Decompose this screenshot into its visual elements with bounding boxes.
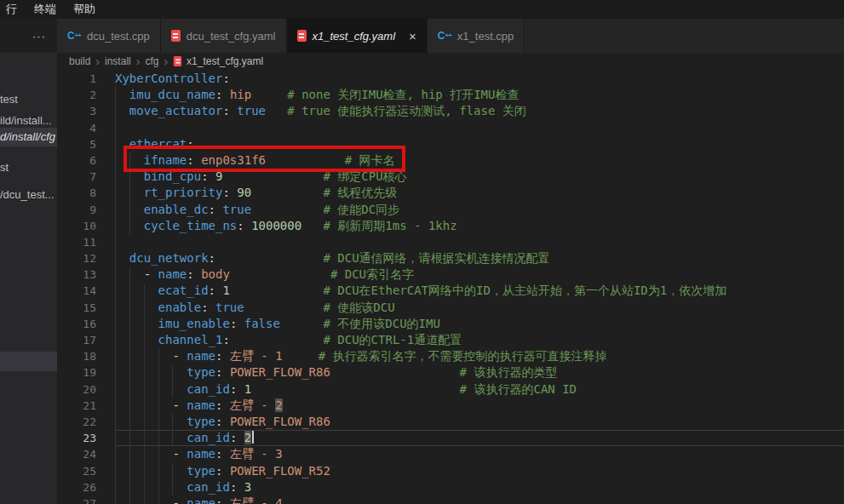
tab-x1-test-cpp[interactable]: C++ x1_test.cpp [428,19,525,53]
line-content: - name: 左臂 - 4 [115,495,844,504]
code-line-27[interactable]: 27 - name: 左臂 - 4 [57,495,844,504]
line-number: 23 [57,430,115,446]
code-line-10[interactable]: 10 cycle_time_ns: 1000000 # 刷新周期1ms - 1k… [57,218,844,234]
code-line-8[interactable]: 8 rt_priority: 90 # 线程优先级 [57,185,844,201]
sidebar-header: ··· [0,19,57,53]
yaml-file-icon [297,30,307,42]
line-content: cycle_time_ns: 1000000 # 刷新周期1ms - 1khz [115,218,844,234]
line-content: imu_enable: false # 不使用该DCU的IMU [115,316,844,332]
code-line-26[interactable]: 26 can_id: 3 [57,479,844,495]
code-line-12[interactable]: 12 dcu_network: # DCU通信网络，请根据实机连接情况配置 [57,250,844,266]
line-number: 13 [57,266,115,283]
tab-label: dcu_test_cfg.yaml [187,30,276,43]
line-content: - name: 左臂 - 3 [115,446,844,462]
tab-x1-test-cfg-yaml[interactable]: x1_test_cfg.yaml × [287,19,428,53]
code-line-16[interactable]: 16 imu_enable: false # 不使用该DCU的IMU [57,316,844,332]
line-number: 19 [57,364,115,381]
breadcrumb-segment[interactable]: cfg [145,55,158,67]
code-line-17[interactable]: 17 channel_1: # DCU的CTRL-1通道配置 [57,332,844,348]
code-line-11[interactable]: 11 [57,234,844,250]
line-number: 10 [57,218,115,234]
tab-label: dcu_test.cpp [87,30,150,43]
code-line-15[interactable]: 15 enable: true # 使能该DCU [57,300,844,316]
code-line-20[interactable]: 20 can_id: 1 # 该执行器的CAN ID [57,381,844,398]
line-content: XyberController: [115,71,844,87]
line-number: 26 [57,479,115,495]
breadcrumb-segment[interactable]: install [105,55,131,67]
line-content: type: POWER_FLOW_R52 [115,463,844,479]
code-line-4[interactable]: 4 [57,120,844,136]
line-number: 25 [57,463,115,479]
sidebar-item[interactable]: /dcu_test... [0,186,57,204]
line-number: 24 [57,446,115,462]
line-number: 6 [57,152,115,169]
breadcrumb-segment[interactable]: build [69,55,90,67]
line-number: 22 [57,414,115,430]
line-number: 21 [57,398,115,414]
code-line-18[interactable]: 18 - name: 左臂 - 1 # 执行器索引名字，不需要控制的执行器可直接… [57,348,844,364]
code-line-6[interactable]: 6 ifname: enp0s31f6 # 网卡名 [57,152,844,169]
tab-dcu-test-cpp[interactable]: C++ dcu_test.cpp [57,19,161,53]
code-line-2[interactable]: 2 imu_dcu_name: hip # none 关闭IMU检查, hip … [57,87,844,103]
chevron-right-icon: › [136,55,141,67]
sidebar-item[interactable]: test [0,90,57,109]
line-number: 14 [57,283,115,299]
line-content: can_id: 3 [115,479,844,495]
tab-dcu-test-cfg-yaml[interactable]: dcu_test_cfg.yaml [161,19,287,53]
code-editor[interactable]: 1XyberController:2 imu_dcu_name: hip # n… [57,70,844,504]
line-content: enable: true # 使能该DCU [115,300,844,316]
sidebar-item[interactable]: st [0,158,57,177]
more-actions-icon[interactable]: ··· [32,30,46,43]
code-line-9[interactable]: 9 enable_dc: true # 使能DC同步 [57,202,844,218]
tab-label: x1_test_cfg.yaml [313,30,396,43]
line-content: - name: body # DCU索引名字 [115,266,844,283]
line-number: 20 [57,381,115,398]
workbench: ··· test ild/install... d/install/cfg st… [0,19,844,504]
line-number: 1 [57,71,115,87]
cpp-file-icon: C++ [67,30,81,42]
menu-item-terminal[interactable]: 终端 [34,2,56,17]
code-line-23[interactable]: 23 can_id: 2 [57,430,844,446]
code-line-25[interactable]: 25 type: POWER_FLOW_R52 [57,463,844,479]
sidebar-item-selected-empty[interactable] [0,352,57,371]
menu-item-run[interactable]: 行 [6,2,17,17]
code-lines: 1XyberController:2 imu_dcu_name: hip # n… [57,71,844,504]
code-line-24[interactable]: 24 - name: 左臂 - 3 [57,446,844,462]
code-line-22[interactable]: 22 type: POWER_FLOW_R86 [57,414,844,430]
line-number: 7 [57,169,115,185]
code-line-13[interactable]: 13 - name: body # DCU索引名字 [57,266,844,283]
line-content: rt_priority: 90 # 线程优先级 [115,185,844,201]
line-number: 16 [57,316,115,332]
close-icon[interactable]: × [409,30,416,43]
line-number: 27 [57,495,115,504]
line-content: can_id: 1 # 该执行器的CAN ID [115,381,844,398]
menu-bar: 行 终端 帮助 [0,0,844,19]
line-content [115,120,844,136]
code-line-3[interactable]: 3 move_actuator: true # true 使能执行器运动测试, … [57,103,844,119]
code-line-7[interactable]: 7 bind_cpu: 9 # 绑定CPU核心 [57,169,844,185]
sidebar: ··· test ild/install... d/install/cfg st… [0,19,57,504]
line-number: 4 [57,120,115,136]
line-content: channel_1: # DCU的CTRL-1通道配置 [115,332,844,348]
text-cursor [252,431,254,444]
line-content: bind_cpu: 9 # 绑定CPU核心 [115,169,844,185]
code-line-5[interactable]: 5 ethercat: [57,136,844,152]
code-line-21[interactable]: 21 - name: 左臂 - 2 [57,398,844,414]
line-content: - name: 左臂 - 1 # 执行器索引名字，不需要控制的执行器可直接注释掉 [115,348,844,364]
line-number: 8 [57,185,115,201]
line-number: 15 [57,300,115,316]
line-number: 17 [57,332,115,348]
sidebar-item-selected[interactable]: d/install/cfg [0,128,57,146]
chevron-right-icon: › [95,55,100,67]
yaml-file-icon [171,30,181,42]
code-line-1[interactable]: 1XyberController: [57,71,844,87]
menu-item-help[interactable]: 帮助 [73,2,95,17]
line-content: type: POWER_FLOW_R86 # 该执行器的类型 [115,364,844,381]
chevron-right-icon: › [164,55,168,67]
line-content: move_actuator: true # true 使能执行器运动测试, fl… [115,103,844,119]
code-line-19[interactable]: 19 type: POWER_FLOW_R86 # 该执行器的类型 [57,364,844,381]
breadcrumb-file[interactable]: x1_test_cfg.yaml [173,55,263,67]
code-line-14[interactable]: 14 ecat_id: 1 # DCU在EtherCAT网络中的ID，从主站开始… [57,283,844,299]
line-content: imu_dcu_name: hip # none 关闭IMU检查, hip 打开… [115,87,844,103]
line-number: 2 [57,87,115,103]
